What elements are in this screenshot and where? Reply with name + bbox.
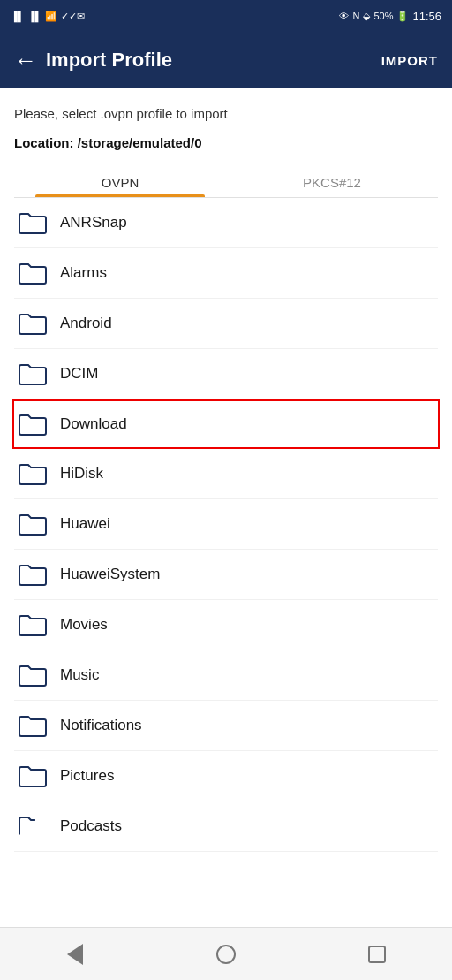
- folder-name: Download: [60, 415, 127, 433]
- status-bar: ▐▌ ▐▌ 📶 ✓✓✉ 👁 N ⬙ 50% 🔋 11:56: [0, 0, 452, 32]
- folder-name: HiDisk: [60, 465, 103, 482]
- eye-icon: 👁: [339, 11, 349, 21]
- subtitle-text: Please, select .ovpn profile to import: [14, 106, 438, 121]
- tab-pkcs12[interactable]: PKCS#12: [226, 166, 438, 197]
- folder-item-podcasts[interactable]: Podcasts: [14, 801, 438, 852]
- bluetooth-icon: ⬙: [363, 11, 370, 22]
- folder-icon: [18, 210, 48, 235]
- nav-recent-button[interactable]: [359, 937, 395, 972]
- folder-icon: [18, 713, 48, 738]
- nav-home-button[interactable]: [208, 937, 244, 972]
- folder-name: Podcasts: [60, 817, 122, 835]
- folder-item-hidisk[interactable]: HiDisk: [14, 449, 438, 499]
- folder-item-music[interactable]: Music: [14, 650, 438, 701]
- signal-icon-2: ▐▌: [28, 11, 42, 21]
- folder-name: ANRSnap: [60, 214, 127, 232]
- folder-item-anrsnap[interactable]: ANRSnap: [14, 198, 438, 248]
- status-bar-left: ▐▌ ▐▌ 📶 ✓✓✉: [11, 11, 85, 22]
- back-button[interactable]: ←: [14, 49, 37, 72]
- folder-item-huawei[interactable]: Huawei: [14, 499, 438, 550]
- folder-name: Music: [60, 666, 99, 684]
- import-button[interactable]: IMPORT: [381, 53, 438, 68]
- location-label: Location: /storage/emulated/0: [14, 135, 438, 150]
- folder-item-android[interactable]: Android: [14, 299, 438, 349]
- folder-icon: [18, 311, 48, 336]
- folder-icon: [18, 461, 48, 486]
- folder-icon: [18, 512, 48, 536]
- recent-square-icon: [368, 946, 386, 963]
- nav-back-button[interactable]: [57, 937, 93, 972]
- folder-item-notifications[interactable]: Notifications: [14, 701, 438, 751]
- home-circle-icon: [216, 945, 236, 964]
- folder-icon: [18, 612, 48, 637]
- folder-list: ANRSnap Alarms Android DCIM Download: [14, 198, 438, 852]
- folder-name: Pictures: [60, 767, 114, 785]
- header: ← Import Profile IMPORT: [0, 32, 452, 88]
- folder-icon: [18, 663, 48, 688]
- back-triangle-icon: [67, 944, 83, 965]
- folder-icon: [18, 562, 48, 587]
- misc-icons: ✓✓✉: [61, 11, 85, 22]
- folder-icon: [18, 261, 48, 285]
- nav-bar: [0, 927, 452, 980]
- folder-name: HuaweiSystem: [60, 566, 160, 583]
- status-bar-right: 👁 N ⬙ 50% 🔋 11:56: [339, 10, 441, 23]
- status-time: 11:56: [412, 10, 441, 23]
- folder-icon: [18, 763, 48, 788]
- folder-item-movies[interactable]: Movies: [14, 600, 438, 650]
- folder-icon: [18, 361, 48, 386]
- tab-bar: OVPN PKCS#12: [14, 166, 438, 198]
- page-title: Import Profile: [46, 49, 172, 72]
- folder-item-pictures[interactable]: Pictures: [14, 751, 438, 801]
- folder-name: Alarms: [60, 264, 107, 282]
- folder-name: Huawei: [60, 515, 110, 533]
- folder-name: DCIM: [60, 365, 98, 383]
- folder-name: Android: [60, 315, 112, 332]
- tab-ovpn[interactable]: OVPN: [14, 166, 226, 197]
- battery-icon: 🔋: [396, 11, 409, 22]
- wifi-icon: 📶: [45, 11, 57, 22]
- folder-name: Movies: [60, 616, 108, 634]
- folder-item-dcim[interactable]: DCIM: [14, 349, 438, 399]
- nfc-icon: N: [352, 11, 359, 21]
- folder-item-huaweisystem[interactable]: HuaweiSystem: [14, 550, 438, 600]
- header-left: ← Import Profile: [14, 49, 172, 72]
- folder-item-download[interactable]: Download: [12, 399, 440, 449]
- battery-text: 50%: [373, 11, 393, 21]
- folder-icon: [18, 412, 48, 437]
- folder-item-alarms[interactable]: Alarms: [14, 248, 438, 299]
- folder-name: Notifications: [60, 717, 142, 734]
- content-area: Please, select .ovpn profile to import L…: [0, 88, 452, 914]
- folder-icon: [18, 814, 48, 839]
- signal-icon: ▐▌: [11, 11, 25, 21]
